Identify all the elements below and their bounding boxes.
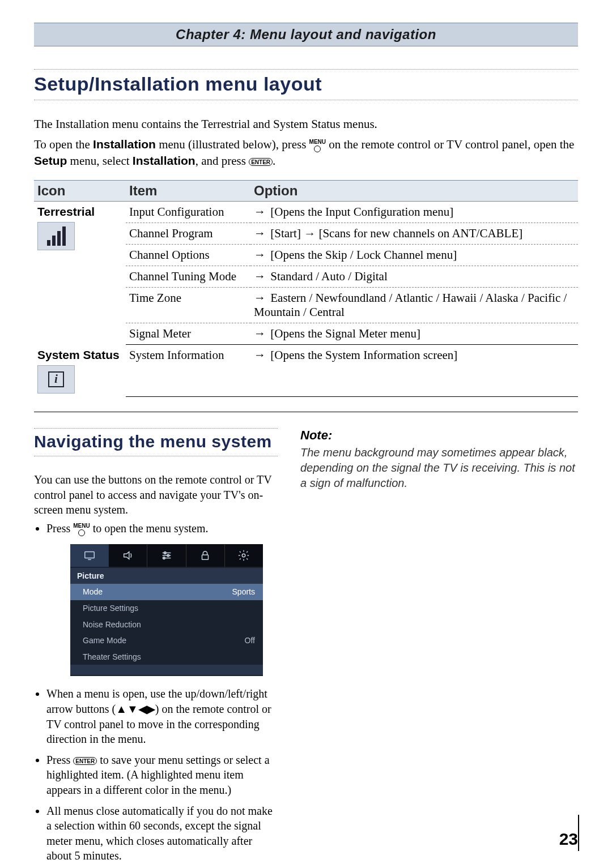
table-row: System StatusiSystem Information→ [Opens…	[34, 345, 578, 397]
osd-tab-lock-icon	[186, 544, 224, 567]
option-cell: → [Opens the Input Configuration menu]	[250, 202, 578, 223]
section1-title: Setup/Installation menu layout	[34, 70, 578, 96]
arrow-icon: →	[254, 348, 267, 362]
section2-body: You can use the buttons on the remote co…	[34, 472, 278, 868]
osd-tab-picture-icon	[70, 544, 108, 567]
osd-tab-bar	[70, 544, 263, 567]
chapter-banner-text: Chapter 4: Menu layout and navigation	[176, 27, 436, 42]
item-cell: Input Configuration	[126, 202, 250, 223]
arrow-icon: →	[254, 205, 267, 219]
note-body: The menu background may sometimes appear…	[300, 445, 578, 491]
th-icon: Icon	[34, 181, 126, 202]
osd-row-label: Noise Reduction	[83, 619, 141, 630]
item-cell: Channel Program	[126, 223, 250, 245]
osd-header: Picture	[70, 568, 263, 584]
section1-intro: The Installation menu contains the Terre…	[34, 116, 578, 169]
osd-row-value: Sports	[232, 587, 255, 597]
page-rule	[578, 815, 579, 851]
th-option: Option	[250, 181, 578, 202]
group-label: Terrestrial	[37, 205, 122, 219]
enter-button-icon: ENTER	[249, 158, 273, 166]
svg-rect-9	[202, 555, 209, 559]
arrow-icon: →	[254, 270, 267, 283]
option-cell: → [Opens the System Information screen]	[250, 345, 578, 397]
intro-line1: The Installation menu contains the Terre…	[34, 116, 578, 132]
bullet-4: All menus close automatically if you do …	[46, 803, 278, 863]
option-cell: → [Opens the Signal Meter menu]	[250, 323, 578, 345]
info-icon: i	[37, 365, 75, 394]
table-row: TerrestrialInput Configuration→ [Opens t…	[34, 202, 578, 223]
option-cell: → [Start] → [Scans for new channels on A…	[250, 223, 578, 245]
osd-tab-sliders-icon	[147, 544, 185, 567]
arrow-icon: →	[254, 248, 267, 262]
svg-marker-2	[124, 551, 129, 559]
item-cell: System Information	[126, 345, 250, 397]
menu-button-icon: MENU	[73, 523, 90, 536]
page-number: 23	[559, 829, 578, 849]
osd-row-value: Off	[245, 635, 255, 646]
group-icon-cell: Terrestrial	[34, 202, 126, 345]
group-label: System Status	[37, 348, 122, 362]
item-cell: Channel Options	[126, 245, 250, 266]
arrow-icon: →	[254, 291, 267, 305]
osd-row-label: Theater Settings	[83, 652, 141, 662]
osd-row: Noise Reduction	[70, 617, 263, 633]
chapter-banner: Chapter 4: Menu layout and navigation	[34, 23, 578, 46]
osd-row-label: Game Mode	[83, 635, 126, 646]
osd-row: Picture Settings	[70, 600, 263, 617]
osd-row: ModeSports	[70, 584, 263, 600]
osd-row: Game ModeOff	[70, 632, 263, 649]
signal-icon	[37, 222, 75, 250]
section-setup-install: Setup/Installation menu layout	[34, 69, 578, 100]
group-icon-cell: System Statusi	[34, 345, 126, 397]
menu-layout-table: Icon Item Option TerrestrialInput Config…	[34, 180, 578, 397]
osd-tab-gear-icon	[224, 544, 263, 567]
divider	[34, 412, 578, 412]
osd-menu-screenshot: Picture ModeSportsPicture SettingsNoise …	[70, 544, 263, 677]
osd-row-label: Mode	[83, 587, 103, 597]
osd-row-label: Picture Settings	[83, 603, 138, 614]
osd-row: Theater Settings	[70, 649, 263, 665]
section2-intro: You can use the buttons on the remote co…	[34, 472, 278, 518]
option-cell: → [Opens the Skip / Lock Channel menu]	[250, 245, 578, 266]
svg-point-10	[243, 554, 246, 557]
arrow-icon: →	[254, 327, 267, 340]
osd-tab-audio-icon	[108, 544, 147, 567]
note-title: Note:	[300, 428, 578, 443]
section-navigating: Navigating the menu system	[34, 428, 278, 456]
bullet-1: Press MENU to open the menu system. Pict…	[46, 521, 278, 677]
th-item: Item	[126, 181, 250, 202]
arrow-icon: →	[254, 226, 267, 240]
item-cell: Time Zone	[126, 288, 250, 323]
enter-button-icon: ENTER	[73, 757, 97, 765]
section2-title: Navigating the menu system	[34, 429, 278, 452]
menu-button-icon: MENU	[309, 139, 326, 152]
item-cell: Channel Tuning Mode	[126, 266, 250, 288]
item-cell: Signal Meter	[126, 323, 250, 345]
svg-rect-0	[84, 551, 94, 558]
option-cell: → Eastern / Newfoundland / Atlantic / Ha…	[250, 288, 578, 323]
option-cell: → Standard / Auto / Digital	[250, 266, 578, 288]
bullet-2: When a menu is open, use the up/down/lef…	[46, 686, 278, 746]
bullet-3: Press ENTER to save your menu settings o…	[46, 752, 278, 798]
